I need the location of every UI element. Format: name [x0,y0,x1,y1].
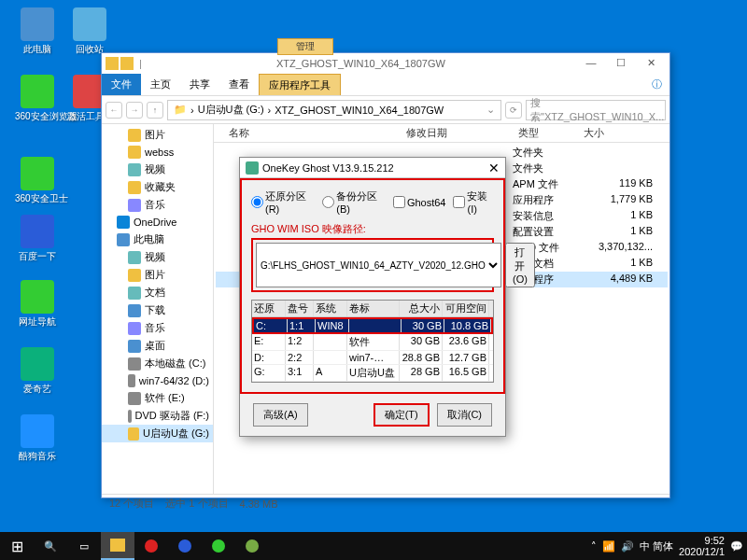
nav-item[interactable]: webss [102,144,213,161]
desktop-icon[interactable]: 酷狗音乐 [15,414,60,463]
drive-table: 还原盘号系统卷标总大小可用空间 C:1:1WIN830 GB10.8 GBE:1… [251,300,494,383]
app-icon[interactable] [134,532,168,560]
drive-row[interactable]: E:1:2软件30 GB23.6 GB [252,334,493,351]
explorer-icon[interactable] [101,532,134,560]
check-install[interactable]: 安装(I) [453,189,494,215]
taskview-icon[interactable]: ▭ [67,532,101,560]
dialog-titlebar: OneKey Ghost V13.9.15.212 ✕ [240,158,505,178]
desktop-icon[interactable]: 百度一下 [15,215,60,263]
drive-row[interactable]: D:2:2win7-…28.8 GB12.7 GB [252,351,493,365]
nav-item[interactable]: 收藏夹 [102,178,213,196]
window-title: XTZ_GHOST_WIN10_X64_1807GW [146,58,576,69]
navbar: ← → ↑ 📁 › U启动U盘 (G:) › XTZ_GHOST_WIN10_X… [102,96,669,124]
app-icon[interactable] [202,532,235,560]
taskbar: ⊞ 🔍 ▭ ˄ 📶 🔊 中 简体 9:52 2020/12/1 💬 [0,532,747,560]
app-icon[interactable] [235,532,269,560]
tab-view[interactable]: 查看 [219,74,259,95]
tab-apptools[interactable]: 应用程序工具 [259,74,341,95]
help-icon[interactable]: ⓘ [644,74,669,95]
volume-icon[interactable]: 🔊 [621,540,634,553]
nav-item[interactable]: 桌面 [102,337,213,355]
desktop-icon[interactable]: 网址导航 [15,280,60,329]
back-button[interactable]: ← [106,102,122,119]
tab-home[interactable]: 主页 [141,74,180,95]
nav-item[interactable]: 文档 [102,284,213,301]
start-button[interactable]: ⊞ [0,532,34,560]
tab-file[interactable]: 文件 [102,74,141,95]
desktop-icon[interactable]: 回收站 [67,7,112,56]
advanced-button[interactable]: 高级(A) [253,403,308,427]
context-tab: 管理 [277,38,333,55]
folder-icon [106,57,119,70]
check-ghost64[interactable]: Ghost64 [393,189,446,215]
nav-item[interactable]: win7-64/32 (D:) [102,372,213,389]
path-label: GHO WIM ISO 映像路径: [251,222,494,236]
tray-chevron-icon[interactable]: ˄ [591,540,597,553]
nav-item[interactable]: 视频 [102,161,213,178]
status-bar: 12 个项目 选中 1 个项目 4.38 MB [102,494,669,512]
close-button[interactable]: ✕ [488,161,500,175]
close-button[interactable]: ✕ [636,54,666,73]
address-bar[interactable]: 📁 › U启动U盘 (G:) › XTZ_GHOST_WIN10_X64_180… [167,100,501,120]
column-headers[interactable]: 名称 修改日期 类型 大小 [214,124,669,143]
nav-item[interactable]: 图片 [102,266,213,284]
search-input[interactable]: 搜索"XTZ_GHOST_WIN10_X... [526,100,666,120]
ribbon: 文件 主页 共享 查看 应用程序工具 ⓘ [102,74,669,96]
desktop-icon[interactable]: 爱奇艺 [15,347,60,396]
drive-row[interactable]: C:1:1WIN830 GB10.8 GB [252,317,493,334]
nav-item[interactable]: DVD 驱动器 (F:) [102,407,213,425]
nav-item[interactable]: 此电脑 [102,231,213,248]
image-path-select[interactable]: G:\FLHS_GHOST_WIN10_64_AZTY_V2020_12.GHO [256,243,501,287]
nav-item[interactable]: 本地磁盘 (C:) [102,355,213,372]
nav-item[interactable]: 视频 [102,248,213,266]
up-button[interactable]: ↑ [147,102,163,119]
notification-icon[interactable]: 💬 [730,540,743,553]
nav-item[interactable]: 图片 [102,126,213,144]
radio-restore[interactable]: 还原分区(R) [251,189,315,215]
clock[interactable]: 9:52 2020/12/1 [679,535,725,557]
desktop-icon[interactable]: 360安全浏览器 [15,75,60,123]
ok-button[interactable]: 确定(T) [374,403,430,427]
nav-item[interactable]: 音乐 [102,319,213,337]
desktop-icon[interactable]: 360安全卫士 [15,157,60,205]
app-icon[interactable] [168,532,202,560]
nav-pane: 图片webss视频收藏夹音乐OneDrive此电脑视频图片文档下载音乐桌面本地磁… [102,124,214,494]
cancel-button[interactable]: 取消(C) [437,403,492,427]
app-icon [246,161,259,175]
tab-share[interactable]: 共享 [180,74,219,95]
titlebar: | 管理 XTZ_GHOST_WIN10_X64_1807GW — ☐ ✕ [102,53,669,74]
open-button[interactable]: 打开(O) [505,243,535,287]
search-icon[interactable]: 🔍 [34,532,67,560]
maximize-button[interactable]: ☐ [606,54,636,73]
ime-indicator[interactable]: 中 简体 [640,539,673,553]
radio-backup[interactable]: 备份分区(B) [322,189,386,215]
nav-item[interactable]: 软件 (E:) [102,389,213,407]
nav-item[interactable]: 下载 [102,301,213,319]
nav-item[interactable]: 音乐 [102,196,213,214]
nav-item[interactable]: U启动U盘 (G:) [102,425,213,442]
onekey-ghost-dialog: OneKey Ghost V13.9.15.212 ✕ 还原分区(R) 备份分区… [239,157,506,437]
refresh-button[interactable]: ⟳ [505,102,522,119]
desktop-icon[interactable]: 此电脑 [15,7,60,56]
mode-radios: 还原分区(R) 备份分区(B) Ghost64 安装(I) [251,189,494,215]
drive-row[interactable]: G:3:1AU启动U盘28 GB16.5 GB [252,365,493,382]
minimize-button[interactable]: — [576,54,606,73]
nav-item[interactable]: OneDrive [102,214,213,231]
folder-icon [120,57,134,70]
forward-button[interactable]: → [126,102,143,119]
network-icon[interactable]: 📶 [602,540,615,553]
